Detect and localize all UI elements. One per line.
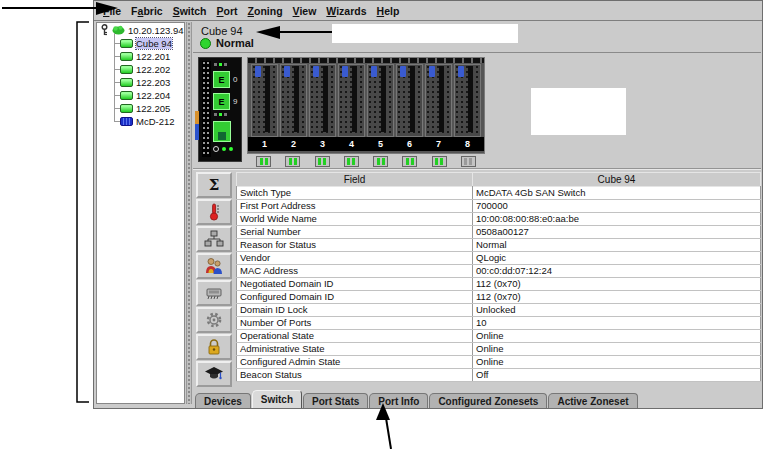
- field-cell: Reason for Status: [237, 239, 473, 252]
- value-cell: Online: [473, 343, 761, 356]
- menu-switch[interactable]: Switch: [168, 5, 212, 17]
- field-cell: Serial Number: [237, 226, 473, 239]
- menu-file[interactable]: File: [98, 5, 126, 17]
- value-cell: 00:c0:dd:07:12:24: [473, 265, 761, 278]
- tree-root-label: 10.20.123.94: [128, 25, 183, 36]
- port-bay-3[interactable]: [309, 64, 336, 137]
- tab-port-stats[interactable]: Port Stats: [303, 393, 368, 408]
- app-window: FileFabricSwitchPortZoningViewWizardsHel…: [93, 0, 763, 409]
- summary-sigma-button[interactable]: Σ: [196, 172, 232, 198]
- port-led-cell: [309, 156, 336, 167]
- graduation-cap-icon: [204, 366, 224, 382]
- tab-switch[interactable]: Switch: [252, 390, 302, 408]
- bay-clip-icon: [458, 66, 464, 77]
- tree-item-122-205[interactable]: 122.205: [97, 102, 184, 115]
- tree-item-122-201[interactable]: 122.201: [97, 50, 184, 63]
- security-button[interactable]: [196, 334, 232, 360]
- key-icon: [100, 24, 109, 36]
- tree-item-cube-94[interactable]: Cube 94: [97, 37, 184, 50]
- port-bay-8[interactable]: [454, 64, 481, 137]
- topology-button[interactable]: [196, 226, 232, 252]
- menu-fabric[interactable]: Fabric: [126, 5, 168, 17]
- eport-9[interactable]: E: [213, 93, 230, 110]
- panel-splitter[interactable]: [186, 22, 192, 404]
- tree-item-122-204[interactable]: 122.204: [97, 89, 184, 102]
- settings-button[interactable]: [196, 307, 232, 333]
- tab-configured-zonesets[interactable]: Configured Zonesets: [429, 393, 547, 408]
- tree-root-node[interactable]: 10.20.123.94: [97, 23, 184, 37]
- annotation-bracket-tree: [77, 22, 89, 402]
- port-bay-6[interactable]: [396, 64, 423, 137]
- field-cell: Domain ID Lock: [237, 304, 473, 317]
- bay-clip-icon: [342, 66, 348, 77]
- port-led-row: [247, 156, 485, 167]
- menu-help[interactable]: Help: [372, 5, 405, 17]
- menu-zoning[interactable]: Zoning: [243, 5, 288, 17]
- led-bar: [440, 158, 443, 165]
- tree-item-122-203[interactable]: 122.203: [97, 76, 184, 89]
- menu-view[interactable]: View: [288, 5, 322, 17]
- value-cell: Online: [473, 330, 761, 343]
- sigma-icon: Σ: [209, 178, 220, 193]
- tree-item-mcd-212[interactable]: McD-212: [97, 115, 184, 128]
- port-bay-2[interactable]: [280, 64, 307, 137]
- users-button[interactable]: [196, 253, 232, 279]
- field-cell: Switch Type: [237, 187, 473, 200]
- value-cell: Online: [473, 356, 761, 369]
- table-row: Serial Number0508a00127: [237, 226, 761, 239]
- port-bay-4[interactable]: [338, 64, 365, 137]
- led-bar: [469, 158, 472, 165]
- led-bar: [265, 158, 268, 165]
- field-cell: MAC Address: [237, 265, 473, 278]
- eport-0[interactable]: E: [213, 71, 230, 88]
- tab-active-zoneset[interactable]: Active Zoneset: [548, 393, 637, 408]
- port-status-led: [256, 156, 271, 167]
- led-bar: [260, 158, 263, 165]
- value-cell: QLogic: [473, 252, 761, 265]
- education-button[interactable]: [196, 361, 232, 387]
- value-cell: 112 (0x70): [473, 278, 761, 291]
- switch-node-icon: [120, 78, 133, 87]
- switch-node-icon: [120, 104, 133, 113]
- switch-node-icon: [120, 91, 133, 100]
- users-icon: [204, 257, 224, 275]
- fabric-tree-panel: 10.20.123.94 Cube 94122.201122.202122.20…: [96, 22, 185, 404]
- field-cell: Administrative State: [237, 343, 473, 356]
- view-tabs-bar: DevicesSwitchPort StatsPort InfoConfigur…: [193, 391, 761, 408]
- bay-number-label: 2: [280, 139, 307, 149]
- bay-clip-icon: [400, 66, 406, 77]
- tree-item-label: 122.204: [136, 90, 170, 101]
- value-cell: McDATA 4Gb SAN Switch: [473, 187, 761, 200]
- table-row: Domain ID LockUnlocked: [237, 304, 761, 317]
- eport-number-label: 0: [233, 75, 237, 84]
- bay-latch-icon: [265, 66, 270, 132]
- tab-port-info[interactable]: Port Info: [369, 393, 428, 408]
- temperature-button[interactable]: [196, 199, 232, 225]
- value-cell: Unlocked: [473, 304, 761, 317]
- ethernet-port[interactable]: [213, 121, 231, 142]
- switch-content: Σ: [193, 170, 761, 391]
- port-bay-7[interactable]: [425, 64, 452, 137]
- value-cell: Off: [473, 369, 761, 382]
- value-cell: 112 (0x70): [473, 291, 761, 304]
- field-cell: Operational State: [237, 330, 473, 343]
- table-row: World Wide Name10:00:08:00:88:e0:aa:be: [237, 213, 761, 226]
- table-row: Switch TypeMcDATA 4Gb SAN Switch: [237, 187, 761, 200]
- tree-item-122-202[interactable]: 122.202: [97, 63, 184, 76]
- tree-item-label: 122.202: [136, 64, 170, 75]
- switch-properties-table: Field Cube 94 Switch TypeMcDATA 4Gb SAN …: [236, 172, 760, 382]
- led-bar: [435, 158, 438, 165]
- hardware-button[interactable]: [196, 280, 232, 306]
- port-bay-1[interactable]: [251, 64, 278, 137]
- port-led-cell: [338, 156, 365, 167]
- tab-devices[interactable]: Devices: [195, 393, 251, 408]
- value-cell: 10: [473, 317, 761, 330]
- faceplate-view: E0E9 12345678: [193, 53, 761, 170]
- menu-port[interactable]: Port: [212, 5, 243, 17]
- bay-number-label: 4: [338, 139, 365, 149]
- port-bay-5[interactable]: [367, 64, 394, 137]
- module-tab-orange: [195, 111, 199, 124]
- column-header-switch: Cube 94: [473, 173, 761, 187]
- menu-wizards[interactable]: Wizards: [321, 5, 371, 17]
- field-cell: Number Of Ports: [237, 317, 473, 330]
